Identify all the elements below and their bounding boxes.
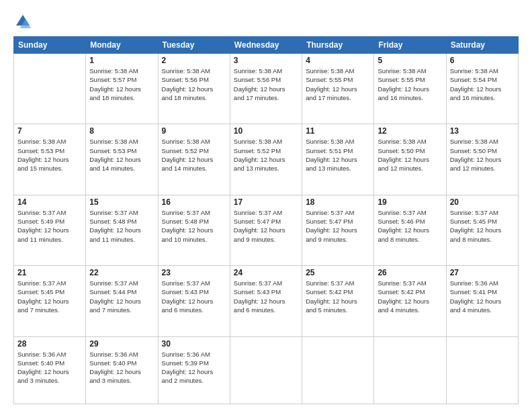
calendar-cell: 4Sunrise: 5:38 AM Sunset: 5:55 PM Daylig… [302,54,374,124]
calendar-cell: 10Sunrise: 5:38 AM Sunset: 5:52 PM Dayli… [230,124,302,195]
weekday-header-monday: Monday [86,37,158,54]
calendar-cell: 8Sunrise: 5:38 AM Sunset: 5:53 PM Daylig… [86,124,158,195]
day-number: 17 [234,197,298,207]
calendar-cell: 16Sunrise: 5:37 AM Sunset: 5:48 PM Dayli… [158,195,230,265]
day-number: 15 [89,197,154,207]
day-number: 2 [162,56,226,65]
day-number: 1 [89,56,154,65]
calendar-cell: 15Sunrise: 5:37 AM Sunset: 5:48 PM Dayli… [86,195,158,265]
day-info: Sunrise: 5:38 AM Sunset: 5:50 PM Dayligh… [378,137,442,173]
day-info: Sunrise: 5:37 AM Sunset: 5:45 PM Dayligh… [17,279,82,314]
day-number: 9 [162,126,226,136]
day-info: Sunrise: 5:38 AM Sunset: 5:53 PM Dayligh… [89,137,154,173]
day-number: 29 [89,339,154,349]
day-number: 18 [306,197,370,207]
day-info: Sunrise: 5:37 AM Sunset: 5:47 PM Dayligh… [306,208,370,244]
day-number: 20 [450,197,515,207]
calendar-cell: 12Sunrise: 5:38 AM Sunset: 5:50 PM Dayli… [374,124,446,195]
calendar-cell: 9Sunrise: 5:38 AM Sunset: 5:52 PM Daylig… [158,124,230,195]
calendar-cell: 11Sunrise: 5:38 AM Sunset: 5:51 PM Dayli… [302,124,374,195]
calendar-cell: 26Sunrise: 5:37 AM Sunset: 5:42 PM Dayli… [374,266,446,336]
calendar-cell: 20Sunrise: 5:37 AM Sunset: 5:45 PM Dayli… [446,195,518,265]
day-number: 6 [450,56,515,65]
day-number: 14 [17,197,82,207]
day-number: 5 [378,56,442,65]
calendar-week-row: 21Sunrise: 5:37 AM Sunset: 5:45 PM Dayli… [14,266,519,336]
day-info: Sunrise: 5:37 AM Sunset: 5:43 PM Dayligh… [234,279,298,314]
day-info: Sunrise: 5:37 AM Sunset: 5:48 PM Dayligh… [162,208,226,244]
day-info: Sunrise: 5:37 AM Sunset: 5:42 PM Dayligh… [306,279,370,314]
weekday-header-friday: Friday [374,37,446,54]
weekday-header-thursday: Thursday [302,37,374,54]
calendar-cell: 27Sunrise: 5:36 AM Sunset: 5:41 PM Dayli… [446,266,518,336]
day-info: Sunrise: 5:37 AM Sunset: 5:47 PM Dayligh… [234,208,298,244]
day-number: 13 [450,126,515,136]
calendar-cell [230,336,302,404]
day-info: Sunrise: 5:38 AM Sunset: 5:52 PM Dayligh… [162,137,226,173]
day-info: Sunrise: 5:37 AM Sunset: 5:48 PM Dayligh… [89,208,154,244]
day-number: 7 [17,126,82,136]
calendar-cell [14,54,86,124]
day-info: Sunrise: 5:37 AM Sunset: 5:49 PM Dayligh… [17,208,82,244]
calendar-cell: 2Sunrise: 5:38 AM Sunset: 5:56 PM Daylig… [158,54,230,124]
day-info: Sunrise: 5:37 AM Sunset: 5:44 PM Dayligh… [89,279,154,314]
header [13,12,519,31]
day-info: Sunrise: 5:38 AM Sunset: 5:55 PM Dayligh… [306,66,370,102]
weekday-header-tuesday: Tuesday [158,37,230,54]
day-info: Sunrise: 5:36 AM Sunset: 5:40 PM Dayligh… [17,350,82,385]
calendar-cell: 19Sunrise: 5:37 AM Sunset: 5:46 PM Dayli… [374,195,446,265]
day-info: Sunrise: 5:38 AM Sunset: 5:57 PM Dayligh… [89,66,154,102]
calendar-cell: 3Sunrise: 5:38 AM Sunset: 5:56 PM Daylig… [230,54,302,124]
logo-icon [13,12,32,31]
calendar-cell: 22Sunrise: 5:37 AM Sunset: 5:44 PM Dayli… [86,266,158,336]
day-number: 10 [234,126,298,136]
page: SundayMondayTuesdayWednesdayThursdayFrid… [0,0,532,411]
calendar-cell: 7Sunrise: 5:38 AM Sunset: 5:53 PM Daylig… [14,124,86,195]
day-number: 12 [378,126,442,136]
day-number: 30 [162,339,226,349]
logo [13,12,35,31]
calendar-cell: 14Sunrise: 5:37 AM Sunset: 5:49 PM Dayli… [14,195,86,265]
day-info: Sunrise: 5:38 AM Sunset: 5:55 PM Dayligh… [378,66,442,102]
weekday-header-row: SundayMondayTuesdayWednesdayThursdayFrid… [14,37,519,54]
calendar-cell: 25Sunrise: 5:37 AM Sunset: 5:42 PM Dayli… [302,266,374,336]
calendar-cell: 1Sunrise: 5:38 AM Sunset: 5:57 PM Daylig… [86,54,158,124]
day-info: Sunrise: 5:38 AM Sunset: 5:56 PM Dayligh… [234,66,298,102]
calendar-cell [374,336,446,404]
day-info: Sunrise: 5:37 AM Sunset: 5:42 PM Dayligh… [378,279,442,314]
day-number: 21 [17,268,82,277]
day-number: 28 [17,339,82,349]
day-number: 8 [89,126,154,136]
day-number: 16 [162,197,226,207]
calendar-week-row: 28Sunrise: 5:36 AM Sunset: 5:40 PM Dayli… [14,336,519,404]
calendar-cell: 6Sunrise: 5:38 AM Sunset: 5:54 PM Daylig… [446,54,518,124]
calendar-week-row: 14Sunrise: 5:37 AM Sunset: 5:49 PM Dayli… [14,195,519,265]
day-info: Sunrise: 5:38 AM Sunset: 5:54 PM Dayligh… [450,66,515,102]
day-number: 22 [89,268,154,277]
calendar-cell: 5Sunrise: 5:38 AM Sunset: 5:55 PM Daylig… [374,54,446,124]
weekday-header-wednesday: Wednesday [230,37,302,54]
day-number: 24 [234,268,298,277]
calendar-week-row: 1Sunrise: 5:38 AM Sunset: 5:57 PM Daylig… [14,54,519,124]
calendar-cell: 30Sunrise: 5:36 AM Sunset: 5:39 PM Dayli… [158,336,230,404]
calendar-cell: 17Sunrise: 5:37 AM Sunset: 5:47 PM Dayli… [230,195,302,265]
day-number: 3 [234,56,298,65]
day-number: 11 [306,126,370,136]
calendar-week-row: 7Sunrise: 5:38 AM Sunset: 5:53 PM Daylig… [14,124,519,195]
day-info: Sunrise: 5:38 AM Sunset: 5:52 PM Dayligh… [234,137,298,173]
day-number: 4 [306,56,370,65]
day-number: 19 [378,197,442,207]
day-info: Sunrise: 5:36 AM Sunset: 5:40 PM Dayligh… [89,350,154,385]
weekday-header-saturday: Saturday [446,37,518,54]
day-info: Sunrise: 5:36 AM Sunset: 5:39 PM Dayligh… [162,350,226,385]
calendar-cell: 24Sunrise: 5:37 AM Sunset: 5:43 PM Dayli… [230,266,302,336]
calendar-cell: 29Sunrise: 5:36 AM Sunset: 5:40 PM Dayli… [86,336,158,404]
calendar-cell [302,336,374,404]
day-info: Sunrise: 5:38 AM Sunset: 5:50 PM Dayligh… [450,137,515,173]
day-info: Sunrise: 5:38 AM Sunset: 5:53 PM Dayligh… [17,137,82,173]
day-info: Sunrise: 5:37 AM Sunset: 5:43 PM Dayligh… [162,279,226,314]
weekday-header-sunday: Sunday [14,37,86,54]
day-info: Sunrise: 5:37 AM Sunset: 5:45 PM Dayligh… [450,208,515,244]
calendar-cell: 21Sunrise: 5:37 AM Sunset: 5:45 PM Dayli… [14,266,86,336]
calendar-cell [446,336,518,404]
